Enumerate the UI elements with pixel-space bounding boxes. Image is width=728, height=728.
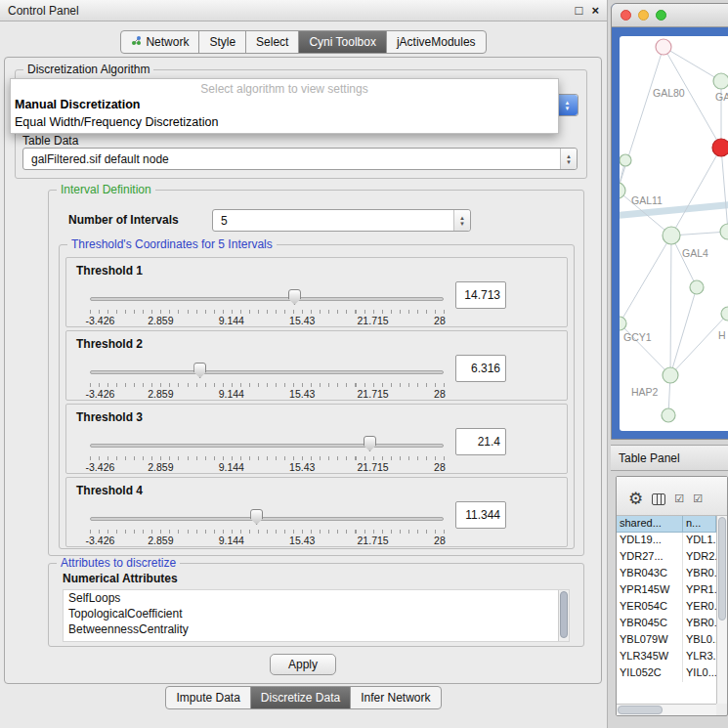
table-cell[interactable]: YLR345W bbox=[617, 649, 683, 665]
list-item[interactable]: SelfLoops bbox=[64, 590, 569, 606]
tab-impute-data[interactable]: Impute Data bbox=[166, 687, 249, 708]
table-row[interactable]: YER054CYER0... bbox=[617, 599, 716, 616]
threshold-4-value-field[interactable]: 11.344 bbox=[455, 501, 506, 529]
close-traffic-light[interactable] bbox=[621, 10, 631, 21]
threshold-2-slider[interactable] bbox=[90, 364, 444, 380]
network-edge[interactable] bbox=[670, 236, 671, 375]
number-of-intervals-combobox[interactable]: 5 ▲▼ bbox=[212, 209, 471, 232]
table-row[interactable]: YBR043CYBR0... bbox=[617, 566, 716, 582]
combobox-stepper-icon[interactable]: ▲▼ bbox=[557, 95, 578, 115]
threshold-1-value-field[interactable]: 14.713 bbox=[455, 281, 506, 309]
network-node[interactable] bbox=[662, 408, 675, 422]
tab-cyni-toolbox[interactable]: Cyni Toolbox bbox=[298, 31, 385, 53]
table-cell[interactable]: YBR043C bbox=[617, 566, 683, 582]
network-canvas[interactable]: GAL80GAGAL11GAL4GCY1HAP2H bbox=[620, 36, 728, 431]
table-cell[interactable]: YLR3... bbox=[683, 649, 716, 665]
network-edge[interactable] bbox=[721, 148, 728, 232]
attributes-scrollbar[interactable] bbox=[558, 590, 569, 641]
table-cell[interactable]: YER0... bbox=[683, 599, 716, 616]
slider-knob[interactable] bbox=[250, 509, 263, 525]
dropdown-option-equal-width[interactable]: Equal Width/Frequency Discretization bbox=[11, 113, 558, 131]
slider-knob[interactable] bbox=[288, 289, 301, 305]
tab-jactivemodules[interactable]: jActiveModules bbox=[386, 31, 486, 53]
table-cell[interactable]: YDR2... bbox=[683, 549, 716, 566]
table-cell[interactable]: YDR27... bbox=[617, 549, 683, 566]
zoom-traffic-light[interactable] bbox=[656, 10, 666, 21]
network-node[interactable] bbox=[663, 227, 680, 244]
table-cell[interactable]: YBR045C bbox=[617, 616, 683, 632]
tab-infer-network[interactable]: Infer Network bbox=[350, 687, 440, 708]
float-window-icon[interactable]: □ bbox=[576, 4, 583, 17]
columns-icon[interactable] bbox=[652, 493, 665, 505]
table-horizontal-scrollbar[interactable] bbox=[617, 704, 716, 715]
table-row[interactable]: YDL19...YDL1... bbox=[617, 533, 716, 549]
slider-knob[interactable] bbox=[193, 363, 206, 378]
table-cell[interactable]: YIL052C bbox=[617, 665, 683, 682]
minimize-traffic-light[interactable] bbox=[638, 10, 649, 21]
table-row[interactable]: YDR27...YDR2... bbox=[617, 549, 716, 566]
attributes-list[interactable]: SelfLoops TopologicalCoefficient Between… bbox=[63, 589, 570, 642]
table-cell[interactable]: YBL0... bbox=[683, 632, 716, 649]
table-cell[interactable]: YBR0... bbox=[683, 616, 716, 632]
threshold-2-value-field[interactable]: 6.316 bbox=[455, 355, 506, 382]
slider-knob[interactable] bbox=[364, 436, 376, 451]
table-cell[interactable]: YBR0... bbox=[683, 566, 716, 582]
table-cell[interactable]: YPR145W bbox=[617, 582, 683, 599]
network-edge[interactable] bbox=[664, 47, 721, 81]
table-cell[interactable]: YDL19... bbox=[617, 533, 683, 549]
scrollbar-thumb[interactable] bbox=[618, 706, 663, 714]
tab-style[interactable]: Style bbox=[198, 31, 245, 53]
tab-network[interactable]: Network bbox=[121, 31, 198, 53]
table-cell[interactable]: YDL1... bbox=[683, 533, 716, 549]
dropdown-option-manual[interactable]: Manual Discretization bbox=[11, 96, 558, 113]
table-row[interactable]: YPR145WYPR1... bbox=[617, 582, 716, 599]
slider-track[interactable] bbox=[90, 297, 444, 301]
network-node[interactable] bbox=[712, 139, 728, 156]
tab-discretize-data[interactable]: Discretize Data bbox=[250, 687, 350, 708]
network-edge[interactable] bbox=[620, 47, 664, 191]
scrollbar-thumb[interactable] bbox=[560, 591, 568, 638]
table-row[interactable]: YLR345WYLR3... bbox=[617, 649, 716, 665]
table-data-combobox[interactable]: galFiltered.sif default node ▲▼ bbox=[22, 148, 578, 170]
network-node[interactable] bbox=[620, 154, 631, 166]
network-node[interactable] bbox=[690, 280, 704, 294]
network-edge[interactable] bbox=[670, 314, 728, 375]
network-node[interactable] bbox=[663, 367, 678, 383]
table-cell[interactable]: YPR1... bbox=[683, 582, 716, 599]
apply-button[interactable]: Apply bbox=[270, 654, 336, 675]
threshold-4-slider[interactable] bbox=[90, 511, 444, 527]
gear-icon[interactable]: ⚙ bbox=[628, 491, 643, 507]
threshold-3-value-field[interactable]: 21.4 bbox=[455, 428, 506, 455]
table-row[interactable]: YBR045CYBR0... bbox=[617, 616, 716, 632]
slider-track[interactable] bbox=[90, 370, 444, 374]
network-node[interactable] bbox=[656, 39, 671, 55]
table-row[interactable]: YBL079WYBL0... bbox=[617, 632, 716, 649]
network-edge[interactable] bbox=[670, 287, 697, 375]
slider-track[interactable] bbox=[90, 444, 444, 448]
column-header-shared-name[interactable]: shared... bbox=[617, 516, 683, 533]
table-cell[interactable]: YER054C bbox=[617, 599, 683, 616]
column-header-name[interactable]: n... bbox=[683, 516, 716, 533]
network-node[interactable] bbox=[713, 73, 728, 89]
table-row[interactable]: YIL052CYIL0... bbox=[617, 665, 716, 682]
combobox-stepper-icon[interactable]: ▲▼ bbox=[560, 149, 577, 169]
network-node[interactable] bbox=[620, 317, 626, 330]
slider-track[interactable] bbox=[90, 517, 444, 521]
table-vertical-scrollbar[interactable] bbox=[716, 516, 727, 704]
table-cell[interactable]: YBL079W bbox=[617, 632, 683, 649]
unselect-all-icon[interactable]: ☑ bbox=[693, 493, 703, 504]
network-graph[interactable]: GAL80GAGAL11GAL4GCY1HAP2H bbox=[620, 36, 728, 431]
network-node[interactable] bbox=[721, 307, 728, 321]
tab-select[interactable]: Select bbox=[245, 31, 298, 53]
list-item[interactable]: TopologicalCoefficient bbox=[64, 606, 569, 621]
network-edge[interactable] bbox=[671, 148, 721, 236]
list-item[interactable]: BetweennessCentrality bbox=[64, 621, 569, 637]
scrollbar-thumb[interactable] bbox=[718, 517, 726, 621]
table-panel-titlebar[interactable]: Table Panel bbox=[611, 445, 728, 471]
network-edge[interactable] bbox=[620, 236, 671, 323]
close-window-icon[interactable]: × bbox=[591, 4, 599, 17]
threshold-3-slider[interactable] bbox=[90, 438, 444, 453]
threshold-1-slider[interactable] bbox=[90, 291, 444, 307]
select-all-icon[interactable]: ☑ bbox=[674, 493, 684, 504]
combobox-stepper-icon[interactable]: ▲▼ bbox=[453, 210, 470, 231]
